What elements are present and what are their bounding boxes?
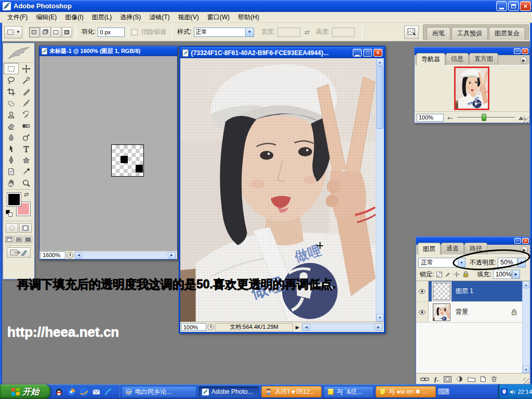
start-button[interactable]: 开始 (0, 384, 50, 399)
restore-button[interactable] (508, 1, 519, 11)
new-layer-icon[interactable] (480, 376, 486, 382)
tool-healing-patch[interactable] (4, 97, 19, 109)
quicklaunch-outlook-icon[interactable] (92, 388, 101, 396)
swap-dimensions-icon[interactable]: ⇄ (304, 29, 310, 36)
navigator-menu-icon[interactable]: ▶ (520, 57, 527, 64)
link-layers-icon[interactable] (420, 377, 429, 382)
tool-magic-wand[interactable] (19, 74, 34, 86)
blend-mode-select[interactable]: 正常 ▼ (418, 258, 466, 268)
layer1-visibility-toggle[interactable] (416, 281, 429, 301)
doc2-maximize-button[interactable]: □ (363, 49, 372, 57)
style-select-arrow[interactable]: ▼ (246, 28, 254, 37)
navigator-zoom-field[interactable]: 100% (417, 114, 444, 122)
tool-crop[interactable] (4, 86, 19, 97)
layer-row-layer1[interactable]: 图层 1 (416, 281, 522, 302)
layer-style-icon[interactable]: ƒ. (434, 375, 439, 383)
fullscreen-menubar-button[interactable] (15, 236, 23, 243)
swap-colors-icon[interactable]: ⇄ (24, 191, 29, 198)
tool-move[interactable] (19, 63, 34, 74)
menu-window[interactable]: 窗口(W) (203, 11, 234, 23)
standard-mode-button[interactable] (6, 223, 18, 233)
tool-history-brush[interactable] (19, 109, 34, 120)
taskbar-button-qq-chat[interactable]: JUST★0512... (261, 386, 322, 397)
tab-info[interactable]: 信息 (446, 53, 469, 65)
zoom-out-icon[interactable] (447, 115, 454, 119)
selection-mode-subtract[interactable] (51, 27, 61, 37)
menu-file[interactable]: 文件(F) (3, 11, 32, 23)
doc2-status-icon[interactable] (207, 324, 214, 330)
tool-slice[interactable] (19, 86, 34, 97)
layer-row-background[interactable]: 背景 (416, 302, 522, 323)
tool-preset-picker[interactable]: ▼ (4, 26, 22, 38)
layers-minimize-button[interactable]: ─ (514, 238, 521, 244)
width-input[interactable] (277, 28, 300, 37)
tool-zoom[interactable] (19, 177, 34, 189)
navigator-close-button[interactable]: × (522, 48, 528, 54)
feather-input[interactable]: 0 px (98, 28, 125, 37)
layers-menu-icon[interactable]: ▶ (521, 246, 528, 254)
doc2-zoom-field[interactable]: 100% (181, 323, 206, 331)
doc1-scroll-right-icon[interactable]: ▶ (168, 252, 176, 259)
quicklaunch-media-player-icon[interactable] (67, 388, 76, 396)
tool-clone-stamp[interactable] (4, 109, 19, 120)
navigator-proxy-view[interactable] (454, 66, 489, 110)
menu-filter[interactable]: 滤镜(T) (145, 11, 174, 23)
delete-layer-icon[interactable] (491, 376, 497, 382)
opacity-slider-arrow-icon[interactable]: ▶ (518, 258, 526, 268)
standard-screen-button[interactable] (5, 236, 14, 243)
selection-mode-add[interactable] (40, 27, 50, 37)
tool-rectangular-marquee[interactable] (4, 63, 19, 74)
palette-tab-layer-comps[interactable]: 图层复合 (489, 27, 525, 40)
doc2-status-menu-arrow-icon[interactable]: ▶ (296, 325, 299, 330)
minimize-button[interactable] (496, 1, 507, 11)
doc2-scroll-up-icon[interactable]: ▲ (376, 58, 383, 66)
doc2-titlebar[interactable]: {73324F1C-8F61-40A2-B9F6-FCE93EEA4944}..… (180, 47, 384, 58)
file-browser-button[interactable] (404, 25, 419, 39)
new-group-icon[interactable] (468, 376, 475, 382)
layers-scrollbar[interactable]: ▲ ▼ (522, 281, 530, 373)
taskbar-button-forum[interactable]: 电白同乡论... (122, 386, 196, 397)
layers-scroll-up-icon[interactable]: ▲ (523, 281, 529, 288)
fill-field[interactable]: 100% (493, 270, 512, 279)
tray-messenger-icon[interactable] (501, 388, 508, 395)
taskbar-button-chat2[interactable]: 与 ●w en ✱ ... (376, 386, 436, 397)
navigator-resize-grip[interactable] (523, 116, 529, 123)
tool-pen[interactable] (4, 154, 19, 166)
layers-scroll-down-icon[interactable]: ▼ (523, 366, 529, 373)
opacity-field[interactable]: 50% (498, 258, 517, 268)
tool-path-selection[interactable] (4, 143, 19, 154)
tool-eyedropper[interactable] (19, 166, 34, 177)
tool-custom-shape[interactable] (19, 154, 34, 166)
doc2-vscroll-thumb[interactable] (377, 66, 383, 129)
doc2-horizontal-scrollbar[interactable]: ◀ ▶ (302, 323, 383, 331)
doc1-canvas[interactable] (39, 56, 177, 250)
menu-edit[interactable]: 编辑(E) (32, 11, 61, 23)
quicklaunch-pen-icon[interactable] (104, 388, 113, 396)
document-window-untitled[interactable]: 未标题-1 @ 1600% (图层 1, RGB/8) 1600% ◀ ▶ (39, 46, 178, 260)
layers-palette[interactable]: ─ × 图层 通道 路径 ▶ 正常 ▼ 不透明度: 50% ▶ 锁定: 填充: (416, 236, 530, 384)
tray-volume-icon[interactable] (509, 389, 515, 395)
fill-slider-arrow-icon[interactable]: ▶ (512, 270, 520, 279)
lock-all-icon[interactable] (462, 271, 469, 278)
antialias-checkbox[interactable] (131, 29, 138, 35)
doc2-scroll-down-icon[interactable]: ▼ (376, 314, 383, 322)
zoom-slider-thumb[interactable] (482, 114, 486, 121)
doc1-horizontal-scrollbar[interactable]: ◀ ▶ (74, 251, 176, 259)
layers-resize-grip[interactable] (523, 378, 529, 384)
menu-layer[interactable]: 图层(L) (88, 11, 116, 23)
background-name[interactable]: 背景 (456, 308, 468, 316)
quicklaunch-ie-icon[interactable] (79, 388, 88, 396)
lock-transparency-icon[interactable] (435, 271, 443, 278)
doc1-scroll-left-icon[interactable]: ◀ (75, 252, 83, 259)
palette-tab-brushes[interactable]: 画笔 (427, 27, 450, 40)
doc1-zoom-field[interactable]: 1600% (41, 251, 65, 259)
menu-help[interactable]: 帮助(H) (234, 11, 263, 23)
quicklaunch-qq-icon[interactable] (55, 388, 63, 396)
layer1-name[interactable]: 图层 1 (456, 287, 473, 296)
tool-eraser[interactable] (4, 120, 19, 131)
language-keyboard-icon[interactable]: ⌨ (438, 387, 449, 396)
background-thumbnail[interactable] (433, 303, 450, 321)
tab-layers[interactable]: 图层 (418, 243, 441, 255)
palette-tab-tool-presets[interactable]: 工具预设 (451, 27, 488, 40)
fullscreen-button[interactable] (24, 236, 32, 243)
